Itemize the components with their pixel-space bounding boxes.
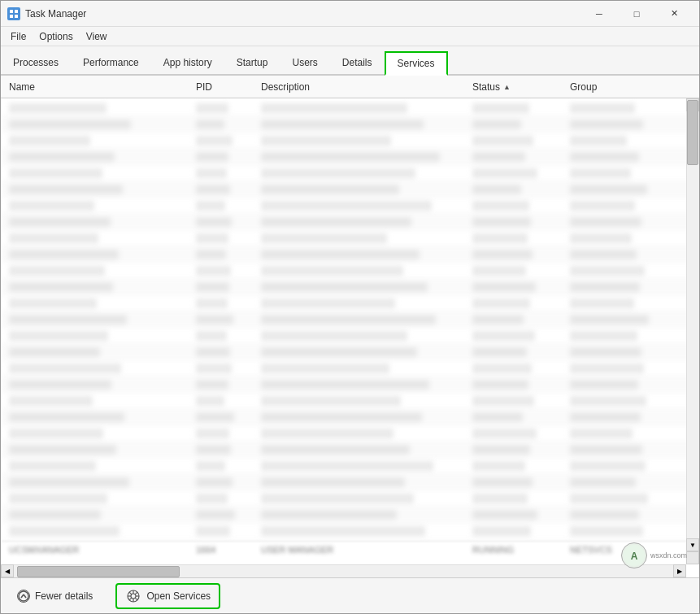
menu-file[interactable]: File	[4, 29, 33, 44]
table-row[interactable]	[1, 328, 699, 344]
hscroll-thumb[interactable]	[17, 566, 180, 577]
table-row[interactable]	[1, 214, 699, 230]
svg-rect-0	[10, 10, 13, 13]
open-services-label: Open Services	[146, 590, 211, 602]
svg-rect-2	[10, 15, 13, 18]
tab-performance[interactable]: Performance	[71, 50, 151, 74]
table-row[interactable]	[1, 133, 699, 149]
menu-view[interactable]: View	[80, 29, 114, 44]
window-controls: ─ □ ✕	[580, 1, 693, 27]
fewer-details-icon	[17, 590, 30, 603]
open-services-button[interactable]: Open Services	[115, 583, 220, 609]
column-headers: Name PID Description Status ▲ Group	[1, 76, 699, 98]
tab-users[interactable]: Users	[280, 50, 329, 74]
table-row[interactable]	[1, 377, 699, 393]
tab-app-history[interactable]: App history	[151, 50, 224, 74]
tab-bar: Processes Performance App history Startu…	[1, 46, 699, 76]
table-row[interactable]	[1, 181, 699, 198]
col-header-name[interactable]: Name	[4, 81, 191, 93]
scroll-down-button[interactable]: ▼	[686, 538, 699, 551]
svg-line-13	[129, 591, 132, 594]
svg-point-8	[131, 594, 136, 599]
col-header-status[interactable]: Status ▲	[467, 81, 565, 93]
window-title: Task Manager	[25, 8, 86, 20]
fewer-details-button[interactable]: Fewer details	[11, 586, 99, 606]
scroll-corner	[686, 551, 699, 564]
svg-line-16	[129, 598, 132, 600]
table-row[interactable]	[1, 507, 699, 523]
horizontal-scrollbar[interactable]: ◀ ▶	[1, 564, 686, 577]
bottom-bar: Fewer details Open Services	[1, 577, 699, 613]
col-header-group[interactable]: Group	[565, 81, 671, 93]
title-bar-left: Task Manager	[7, 7, 86, 20]
fewer-details-label: Fewer details	[35, 590, 93, 602]
watermark-area: A wsxdn.com	[621, 542, 687, 568]
scroll-thumb[interactable]	[687, 100, 698, 165]
table-row[interactable]	[1, 100, 699, 116]
svg-rect-3	[15, 15, 18, 18]
table-body[interactable]: UCSMXANAGER 1664 USER MANAGER RUNNING NE…	[1, 98, 699, 577]
menu-options[interactable]: Options	[33, 29, 79, 44]
table-row[interactable]	[1, 279, 699, 295]
col-header-pid[interactable]: PID	[191, 81, 256, 93]
col-header-description[interactable]: Description	[256, 81, 467, 93]
task-manager-window: Task Manager ─ □ ✕ File Options View Pro…	[0, 0, 700, 614]
menu-bar: File Options View	[1, 27, 699, 46]
table-row[interactable]	[1, 360, 699, 377]
table-row[interactable]	[1, 409, 699, 425]
svg-point-4	[19, 591, 28, 601]
table-row[interactable]	[1, 198, 699, 214]
tab-details[interactable]: Details	[330, 50, 385, 74]
table-row[interactable]	[1, 263, 699, 279]
svg-line-15	[136, 591, 138, 594]
svg-text:A: A	[631, 551, 638, 562]
maximize-button[interactable]: □	[618, 1, 655, 27]
data-rows	[1, 98, 699, 541]
tab-services[interactable]: Services	[385, 51, 448, 76]
close-button[interactable]: ✕	[655, 1, 693, 27]
table-row[interactable]	[1, 458, 699, 474]
sort-arrow-icon: ▲	[503, 83, 511, 91]
svg-line-14	[136, 598, 138, 600]
tab-startup[interactable]: Startup	[224, 50, 280, 74]
table-row[interactable]	[1, 344, 699, 360]
table-row[interactable]	[1, 230, 699, 246]
last-table-row[interactable]: UCSMXANAGER 1664 USER MANAGER RUNNING NE…	[1, 541, 699, 557]
table-row[interactable]	[1, 116, 699, 133]
watermark-text: wsxdn.com	[650, 551, 687, 560]
open-services-icon	[125, 588, 141, 604]
table-row[interactable]	[1, 311, 699, 328]
content-area: UCSMXANAGER 1664 USER MANAGER RUNNING NE…	[1, 98, 699, 577]
table-row[interactable]	[1, 474, 699, 490]
table-row[interactable]	[1, 442, 699, 458]
table-row[interactable]	[1, 393, 699, 409]
vertical-scrollbar[interactable]: ▲ ▼	[686, 98, 699, 564]
table-row[interactable]	[1, 295, 699, 311]
tab-processes[interactable]: Processes	[1, 50, 71, 74]
watermark-logo: A	[621, 542, 647, 568]
table-row[interactable]	[1, 149, 699, 165]
table-row[interactable]	[1, 425, 699, 442]
table-row[interactable]	[1, 246, 699, 263]
svg-rect-1	[15, 10, 18, 13]
app-icon	[7, 7, 20, 20]
svg-line-6	[24, 594, 26, 598]
table-row[interactable]	[1, 523, 699, 539]
table-row[interactable]	[1, 165, 699, 181]
minimize-button[interactable]: ─	[580, 1, 618, 27]
table-row[interactable]	[1, 490, 699, 507]
scroll-left-button[interactable]: ◀	[1, 564, 14, 577]
title-bar: Task Manager ─ □ ✕	[1, 1, 699, 27]
